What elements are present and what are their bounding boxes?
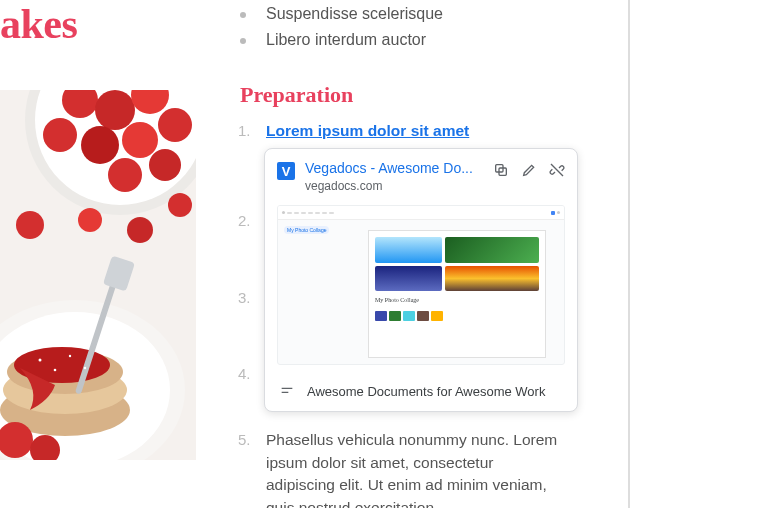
notes-icon [279, 383, 295, 399]
thumb-caption: My Photo Collage [375, 297, 419, 303]
page-right-border [628, 0, 630, 508]
card-footer-text: Awesome Documents for Awesome Work [307, 384, 545, 399]
ingredients-list: Suspendisse scelerisque Libero interdum … [238, 5, 443, 57]
svg-point-15 [168, 193, 192, 217]
card-footer: Awesome Documents for Awesome Work [265, 373, 577, 411]
svg-point-26 [39, 359, 42, 362]
svg-point-28 [54, 369, 57, 372]
svg-point-14 [127, 217, 153, 243]
preparation-heading: Preparation [240, 82, 353, 108]
page-title: akes [0, 0, 77, 48]
hero-image [0, 90, 196, 460]
ingredient-item: Suspendisse scelerisque [238, 5, 443, 23]
svg-point-7 [81, 126, 119, 164]
edit-icon[interactable] [521, 162, 537, 178]
svg-point-11 [108, 158, 142, 192]
unlink-icon[interactable] [549, 162, 565, 178]
card-actions [493, 162, 565, 178]
svg-point-12 [16, 211, 44, 239]
step-item: Lorem ipsum dolor sit amet [238, 120, 558, 142]
svg-point-4 [95, 90, 135, 130]
step-item: Phasellus vehicula nonummy nunc. Lorem i… [238, 429, 558, 508]
svg-point-29 [84, 367, 86, 369]
svg-point-8 [122, 122, 158, 158]
card-header: V Vegadocs - Awesome Do... vegadocs.com [265, 149, 577, 201]
svg-point-27 [69, 355, 71, 357]
ingredient-item: Libero interdum auctor [238, 31, 443, 49]
svg-point-13 [78, 208, 102, 232]
link-preview-card: V Vegadocs - Awesome Do... vegadocs.com … [264, 148, 578, 412]
svg-point-9 [158, 108, 192, 142]
svg-point-6 [43, 118, 77, 152]
svg-point-10 [149, 149, 181, 181]
step-link[interactable]: Lorem ipsum dolor sit amet [266, 122, 469, 139]
card-title[interactable]: Vegadocs - Awesome Do... [305, 160, 485, 176]
card-domain: vegadocs.com [305, 179, 485, 193]
copy-icon[interactable] [493, 162, 509, 178]
card-thumbnail[interactable]: My Photo Collage My Photo Collage [277, 205, 565, 365]
site-logo: V [277, 162, 295, 180]
card-title-block: Vegadocs - Awesome Do... vegadocs.com [305, 160, 485, 193]
thumb-chip: My Photo Collage [284, 226, 329, 234]
